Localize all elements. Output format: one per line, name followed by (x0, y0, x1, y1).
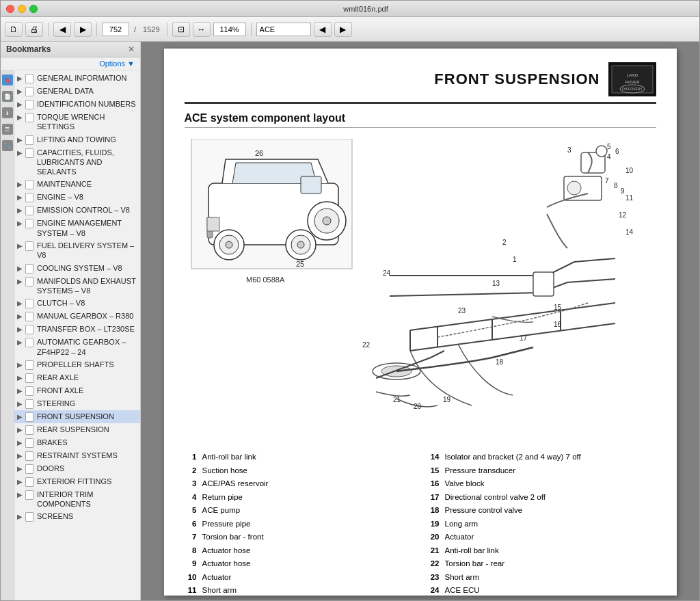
svg-text:24: 24 (383, 269, 391, 277)
maximize-button[interactable] (29, 5, 38, 13)
search-next-button[interactable]: ▶ (334, 22, 352, 37)
bookmark-arrow: ▶ (17, 438, 24, 447)
part-number: 2 (185, 464, 197, 478)
svg-text:LAND: LAND (626, 73, 638, 77)
attachments-panel-icon[interactable]: 📎 (2, 140, 13, 151)
part-item: 17Directional control valve 2 off (427, 491, 656, 505)
page-header: FRONT SUSPENSION LAND ROVER DISCOVERY (185, 62, 656, 104)
svg-text:2: 2 (502, 239, 507, 246)
options-button[interactable]: Options ▼ (99, 59, 135, 68)
page-input[interactable] (102, 23, 129, 36)
bookmark-label: BRAKES (37, 438, 68, 447)
bookmark-item-8[interactable]: ▶ EMISSION CONTROL – V8 (14, 204, 140, 217)
bookmark-item-7[interactable]: ▶ ENGINE – V8 (14, 191, 140, 204)
part-item: 3ACE/PAS reservoir (185, 477, 414, 491)
bookmark-label: MAINTENANCE (37, 179, 92, 189)
svg-text:11: 11 (625, 194, 634, 202)
window-title: wmlt016n.pdf (38, 5, 694, 13)
bookmark-item-1[interactable]: ▶ GENERAL DATA (14, 85, 140, 98)
bookmark-item-18[interactable]: ▶ REAR AXLE (14, 371, 140, 384)
bookmark-label: INTERIOR TRIM COMPONENTS (37, 490, 137, 509)
part-desc: Short arm (202, 584, 237, 598)
bookmark-item-11[interactable]: ▶ COOLING SYSTEM – V8 (14, 262, 140, 275)
bookmark-item-22[interactable]: ▶ REAR SUSPENSION (14, 423, 140, 436)
bookmark-item-13[interactable]: ▶ CLUTCH – V8 (14, 297, 140, 310)
bookmark-icon (25, 338, 35, 347)
bookmark-icon (25, 490, 35, 500)
bookmarks-panel-icon[interactable]: 🔖 (2, 75, 13, 85)
bookmark-label: FUEL DELIVERY SYSTEM – V8 (37, 241, 137, 261)
bookmark-label: COOLING SYSTEM – V8 (37, 263, 122, 273)
back-button[interactable]: ◀ (53, 22, 71, 37)
page-separator: / (134, 25, 136, 34)
minimize-button[interactable] (18, 5, 26, 13)
bookmark-icon (25, 87, 35, 96)
bookmark-item-26[interactable]: ▶ EXTERIOR FITTINGS (14, 475, 140, 488)
bookmark-icon (25, 373, 35, 383)
sidebar-header: Bookmarks ✕ (1, 42, 140, 57)
fit-page-button[interactable]: ⊡ (172, 22, 190, 37)
forward-button[interactable]: ▶ (74, 22, 92, 37)
part-number: 15 (427, 464, 440, 478)
part-item: 20Actuator (427, 531, 656, 544)
bookmark-item-3[interactable]: ▶ TORQUE WRENCH SETTINGS (14, 111, 140, 133)
bookmark-icon (25, 180, 35, 189)
fit-width-button[interactable]: ↔ (193, 22, 211, 37)
part-number: 4 (185, 491, 197, 505)
sidebar-close-button[interactable]: ✕ (128, 44, 135, 54)
parts-list: 1Anti-roll bar link2Suction hose3ACE/PAS… (185, 451, 656, 600)
close-button[interactable] (6, 5, 14, 13)
bookmark-item-15[interactable]: ▶ TRANSFER BOX – LT230SE (14, 323, 140, 336)
bookmark-item-17[interactable]: ▶ PROPELLER SHAFTS (14, 358, 140, 371)
bookmark-arrow: ▶ (17, 399, 24, 408)
bookmark-item-20[interactable]: ▶ STEERING (14, 397, 140, 410)
sidebar-content: 🔖 📄 ℹ ☰ 📎 ▶ GENERAL INFORMATION ▶ GENERA… (1, 70, 140, 600)
bookmark-item-10[interactable]: ▶ FUEL DELIVERY SYSTEM – V8 (14, 239, 140, 262)
bookmark-item-27[interactable]: ▶ INTERIOR TRIM COMPONENTS (14, 488, 140, 511)
info-panel-icon[interactable]: ℹ (2, 107, 13, 118)
bookmark-icon (25, 312, 35, 321)
document-area: FRONT SUSPENSION LAND ROVER DISCOVERY (141, 42, 699, 600)
svg-text:15: 15 (554, 304, 562, 311)
bookmark-item-23[interactable]: ▶ BRAKES (14, 436, 140, 449)
part-item: 6Pressure pipe (185, 518, 414, 531)
bookmark-item-5[interactable]: ▶ CAPACITIES, FLUIDS, LUBRICANTS AND SEA… (14, 146, 140, 178)
bookmark-item-16[interactable]: ▶ AUTOMATIC GEARBOX – ZF4HP22 – 24 (14, 336, 140, 358)
bookmark-item-2[interactable]: ▶ IDENTIFICATION NUMBERS (14, 98, 140, 111)
part-desc: Torsion bar - front (202, 531, 264, 544)
part-number: 25 (427, 598, 440, 600)
bookmark-item-9[interactable]: ▶ ENGINE MANAGEMENT SYSTEM – V8 (14, 217, 140, 239)
svg-text:26: 26 (255, 149, 263, 157)
page-view[interactable]: FRONT SUSPENSION LAND ROVER DISCOVERY (141, 42, 699, 600)
svg-text:20: 20 (414, 403, 422, 410)
search-input[interactable] (256, 23, 311, 36)
part-item: 14Isolator and bracket (2 and 4 way) 7 o… (427, 451, 656, 464)
bookmark-label: STEERING (37, 399, 75, 408)
part-desc: Actuator hose (202, 544, 251, 558)
part-number: 20 (427, 531, 440, 544)
zoom-input[interactable] (213, 23, 246, 36)
bookmark-item-24[interactable]: ▶ RESTRAINT SYSTEMS (14, 449, 140, 462)
print-button[interactable]: 🖨 (25, 22, 43, 37)
bookmark-item-4[interactable]: ▶ LIFTING AND TOWING (14, 133, 140, 146)
bookmark-item-6[interactable]: ▶ MAINTENANCE (14, 178, 140, 191)
part-desc: Actuator (202, 571, 232, 585)
bookmark-item-19[interactable]: ▶ FRONT AXLE (14, 384, 140, 397)
bookmark-arrow: ▶ (17, 148, 24, 157)
new-button[interactable]: 🗋 (5, 22, 23, 37)
logo-svg: LAND ROVER DISCOVERY (609, 63, 656, 96)
bookmark-label: TORQUE WRENCH SETTINGS (37, 112, 137, 132)
search-prev-button[interactable]: ◀ (314, 22, 332, 37)
bookmark-item-21[interactable]: ▶ FRONT SUSPENSION (14, 410, 140, 423)
layers-panel-icon[interactable]: ☰ (2, 124, 13, 135)
bookmark-item-0[interactable]: ▶ GENERAL INFORMATION (14, 72, 140, 85)
pages-panel-icon[interactable]: 📄 (2, 91, 13, 102)
part-desc: Pressure control valve (445, 504, 523, 518)
bookmark-item-12[interactable]: ▶ MANIFOLDS AND EXHAUST SYSTEMS – V8 (14, 275, 140, 297)
svg-text:17: 17 (520, 334, 528, 342)
window-controls (6, 5, 38, 13)
bookmark-item-14[interactable]: ▶ MANUAL GEARBOX – R380 (14, 310, 140, 323)
bookmark-icon (25, 264, 35, 273)
bookmark-item-28[interactable]: ▶ SCREENS (14, 510, 140, 523)
bookmark-item-25[interactable]: ▶ DOORS (14, 462, 140, 475)
